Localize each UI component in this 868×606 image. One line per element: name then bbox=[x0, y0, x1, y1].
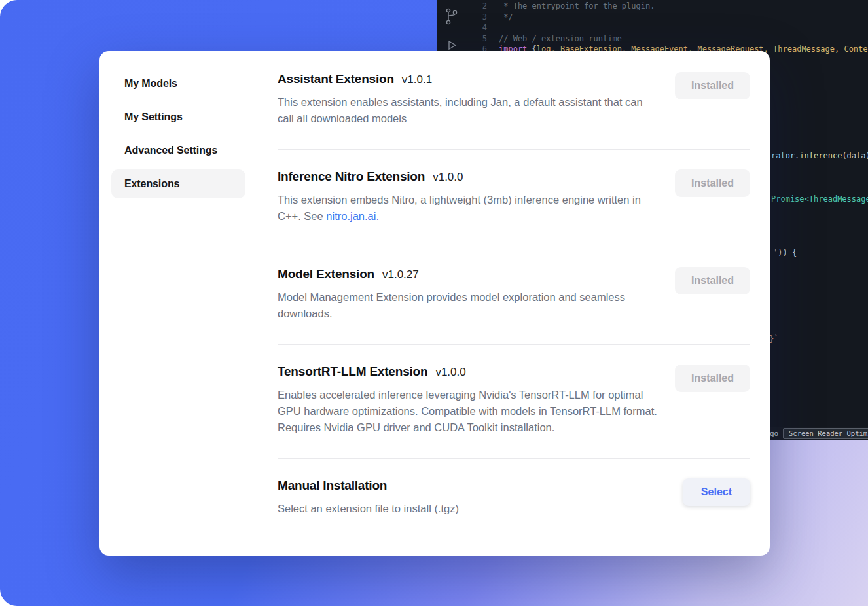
extension-name: Model Extension bbox=[278, 267, 374, 281]
line-number: 2 bbox=[466, 1, 499, 12]
extension-version: v1.0.1 bbox=[402, 73, 432, 86]
extension-row-assistant: Assistant Extension v1.0.1 This extensio… bbox=[278, 51, 750, 150]
extension-info: Inference Nitro Extension v1.0.0 This ex… bbox=[278, 169, 659, 224]
sidebar-item-label: My Settings bbox=[124, 111, 183, 123]
extension-version: v1.0.0 bbox=[435, 366, 465, 379]
extension-info: Assistant Extension v1.0.1 This extensio… bbox=[278, 72, 659, 127]
extension-info: TensortRT-LLM Extension v1.0.0 Enables a… bbox=[278, 365, 659, 436]
sidebar-item-advanced-settings[interactable]: Advanced Settings bbox=[111, 136, 245, 165]
installed-button[interactable]: Installed bbox=[675, 365, 750, 392]
sidebar-item-extensions[interactable]: Extensions bbox=[111, 169, 245, 198]
line-number: 4 bbox=[466, 22, 499, 33]
manual-installation-row: Manual Installation Select an extension … bbox=[278, 459, 750, 534]
sidebar-item-label: My Models bbox=[124, 78, 177, 90]
code-line: 3 */ bbox=[466, 12, 868, 23]
extension-name: Assistant Extension bbox=[278, 72, 394, 86]
sidebar-item-my-settings[interactable]: My Settings bbox=[111, 103, 245, 132]
installed-button[interactable]: Installed bbox=[675, 267, 750, 294]
code-line: 4 bbox=[466, 22, 868, 33]
extension-name: TensortRT-LLM Extension bbox=[278, 365, 427, 379]
line-number: 5 bbox=[466, 33, 499, 45]
desktop-background: 2 * The entrypoint for the plugin. 3 */ … bbox=[0, 0, 868, 606]
code-line: 5// Web / extension runtime bbox=[466, 33, 868, 45]
manual-installation-description: Select an extension file to install (.tg… bbox=[278, 501, 459, 517]
source-control-icon[interactable] bbox=[443, 8, 460, 25]
settings-sidebar: My Models My Settings Advanced Settings … bbox=[99, 51, 255, 556]
screen-reader-optimize-chip[interactable]: Screen Reader Optimize bbox=[783, 428, 868, 439]
code-line: 2 * The entrypoint for the plugin. bbox=[466, 1, 868, 12]
extension-description: This extension enables assistants, inclu… bbox=[278, 94, 659, 127]
extension-version: v1.0.27 bbox=[382, 268, 419, 281]
installed-button[interactable]: Installed bbox=[675, 169, 750, 197]
extension-row-tensorrt-llm: TensortRT-LLM Extension v1.0.0 Enables a… bbox=[278, 345, 750, 459]
settings-modal: My Models My Settings Advanced Settings … bbox=[99, 51, 770, 556]
sidebar-item-label: Advanced Settings bbox=[124, 145, 217, 156]
extension-description: This extension embeds Nitro, a lightweig… bbox=[278, 192, 659, 224]
extensions-panel: Assistant Extension v1.0.1 This extensio… bbox=[255, 51, 770, 556]
status-bar-text: go bbox=[770, 429, 778, 438]
installed-button[interactable]: Installed bbox=[675, 72, 750, 99]
sidebar-item-label: Extensions bbox=[124, 178, 179, 190]
code-fragment: Promise<ThreadMessage> bbox=[771, 194, 868, 204]
code-fragment: rator.inference(data)); bbox=[771, 151, 868, 161]
extension-description: Model Management Extension provides mode… bbox=[278, 289, 659, 322]
extension-row-inference-nitro: Inference Nitro Extension v1.0.0 This ex… bbox=[278, 150, 750, 247]
extension-name: Inference Nitro Extension bbox=[278, 169, 425, 184]
extension-info: Manual Installation Select an extension … bbox=[278, 478, 459, 517]
extension-row-model: Model Extension v1.0.27 Model Management… bbox=[278, 247, 750, 345]
sidebar-item-my-models[interactable]: My Models bbox=[111, 69, 245, 98]
extension-info: Model Extension v1.0.27 Model Management… bbox=[278, 267, 659, 322]
extension-description: Enables accelerated inference leveraging… bbox=[278, 387, 659, 436]
select-file-button[interactable]: Select bbox=[683, 478, 750, 506]
line-number: 3 bbox=[466, 12, 499, 23]
code-fragment: ')) { bbox=[773, 248, 797, 258]
manual-installation-title: Manual Installation bbox=[278, 478, 387, 493]
editor-code-area: 2 * The entrypoint for the plugin. 3 */ … bbox=[466, 1, 868, 55]
extension-version: v1.0.0 bbox=[433, 171, 463, 184]
nitro-jan-ai-link[interactable]: nitro.jan.ai. bbox=[326, 210, 379, 222]
